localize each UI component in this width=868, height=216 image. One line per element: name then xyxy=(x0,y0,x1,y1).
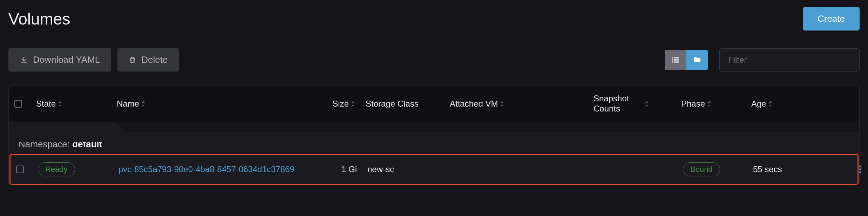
column-age[interactable]: Age xyxy=(751,99,832,109)
svg-point-7 xyxy=(859,168,861,170)
row-age-cell: 55 secs xyxy=(753,164,834,174)
column-name-label: Name xyxy=(117,99,139,109)
svg-point-6 xyxy=(859,165,861,167)
namespace-value: default xyxy=(72,139,102,149)
column-size-label: Size xyxy=(332,99,349,109)
filter-input[interactable] xyxy=(719,48,860,72)
folder-view-button[interactable] xyxy=(686,50,708,70)
column-snapshot-counts[interactable]: Snapshot Counts xyxy=(594,94,681,114)
volumes-table: State Name Size Storage Class xyxy=(8,86,860,185)
column-attached-vm[interactable]: Attached VM xyxy=(450,99,594,109)
table-header-row: State Name Size Storage Class xyxy=(9,86,859,122)
page-title: Volumes xyxy=(8,9,70,28)
namespace-group-header: Namespace: default xyxy=(9,132,859,154)
row-select-cell xyxy=(16,166,38,173)
download-yaml-label: Download YAML xyxy=(33,54,100,65)
namespace-group: Namespace: default Ready pvc-85c5a793-90… xyxy=(9,132,859,185)
list-icon xyxy=(671,55,680,65)
row-checkbox[interactable] xyxy=(16,166,24,173)
sort-icon xyxy=(500,101,504,107)
column-state-label: State xyxy=(36,99,56,109)
column-storage-class[interactable]: Storage Class xyxy=(355,99,450,109)
sort-icon xyxy=(707,101,711,107)
sort-icon xyxy=(141,101,145,107)
volume-name-link[interactable]: pvc-85c5a793-90e0-4ba8-8457-0634d1c37869 xyxy=(118,164,294,174)
phase-badge: Bound xyxy=(683,162,720,176)
sort-icon xyxy=(58,101,62,107)
list-view-button[interactable] xyxy=(665,50,686,70)
trash-icon xyxy=(129,56,136,64)
delete-label: Delete xyxy=(141,54,168,65)
kebab-icon xyxy=(859,165,862,174)
select-all-checkbox[interactable] xyxy=(14,100,22,108)
svg-rect-0 xyxy=(672,57,673,58)
row-actions-menu-button[interactable] xyxy=(856,162,864,177)
column-storage-class-label: Storage Class xyxy=(366,99,419,109)
download-icon xyxy=(20,56,28,64)
row-state-cell: Ready xyxy=(38,162,118,176)
view-toggle xyxy=(665,50,708,70)
page-header: Volumes Create xyxy=(8,7,860,31)
namespace-label: Namespace: xyxy=(19,139,72,149)
delete-button[interactable]: Delete xyxy=(117,48,179,72)
row-size-cell: 1 Gi xyxy=(301,164,357,174)
svg-rect-3 xyxy=(674,59,679,60)
sort-icon xyxy=(645,101,649,107)
column-attached-vm-label: Attached VM xyxy=(450,99,498,109)
row-name-cell: pvc-85c5a793-90e0-4ba8-8457-0634d1c37869 xyxy=(118,164,301,175)
svg-rect-2 xyxy=(672,59,673,60)
svg-rect-1 xyxy=(674,57,679,58)
toolbar: Download YAML Delete xyxy=(8,48,860,72)
select-all-cell xyxy=(14,100,36,108)
column-name[interactable]: Name xyxy=(117,99,299,109)
column-phase-label: Phase xyxy=(681,99,705,109)
toolbar-right xyxy=(665,48,860,72)
svg-rect-5 xyxy=(674,61,679,62)
state-badge: Ready xyxy=(38,162,75,176)
column-phase[interactable]: Phase xyxy=(681,99,751,109)
row-phase-cell: Bound xyxy=(683,162,753,176)
row-storage-class-cell: new-sc xyxy=(357,164,452,174)
column-state[interactable]: State xyxy=(36,99,117,109)
create-button[interactable]: Create xyxy=(803,7,860,31)
sort-icon xyxy=(768,101,773,107)
sort-icon xyxy=(351,101,355,107)
folder-icon xyxy=(693,56,701,64)
download-yaml-button[interactable]: Download YAML xyxy=(8,48,111,72)
svg-point-8 xyxy=(859,171,861,173)
svg-rect-4 xyxy=(672,61,673,62)
group-tab xyxy=(9,122,128,132)
row-actions-cell xyxy=(834,162,868,177)
table-row[interactable]: Ready pvc-85c5a793-90e0-4ba8-8457-0634d1… xyxy=(9,154,859,185)
column-size[interactable]: Size xyxy=(299,99,355,109)
column-age-label: Age xyxy=(751,99,766,109)
column-snapshot-counts-label: Snapshot Counts xyxy=(594,94,643,114)
toolbar-left: Download YAML Delete xyxy=(8,48,179,72)
